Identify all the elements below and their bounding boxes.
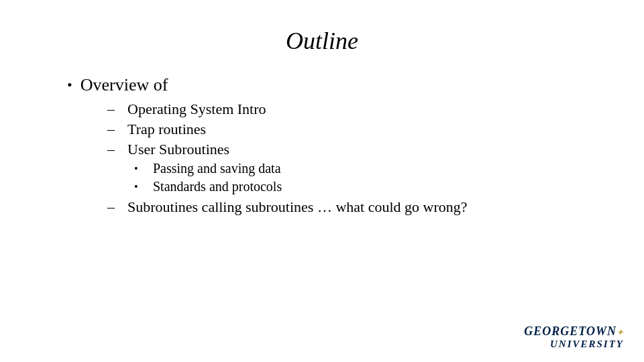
dot-marker-1: • — [134, 163, 146, 175]
slide-title: Outline — [40, 27, 604, 55]
logo-georgetown: GEORGETOWN✦ UNIVERSITY — [524, 324, 624, 350]
bullet-marker: • — [67, 76, 72, 94]
dash-marker-last: – — [107, 198, 121, 216]
logo-star: ✦ — [616, 328, 624, 337]
overview-text: Overview of — [80, 75, 168, 95]
slide-content: • Overview of – Operating System Intro –… — [67, 75, 604, 216]
logo-line1: GEORGETOWN✦ — [524, 324, 624, 339]
dot-text-2: Standards and protocols — [153, 179, 282, 194]
dot-marker-2: • — [134, 181, 146, 193]
dash-marker-3: – — [107, 141, 121, 158]
sub-items: – Operating System Intro – Trap routines… — [107, 101, 604, 216]
dash-marker-1: – — [107, 101, 121, 118]
dot-text-1: Passing and saving data — [153, 161, 281, 176]
level1-bullet: • Overview of — [67, 75, 604, 95]
dash-item-last: – Subroutines calling subroutines … what… — [107, 198, 604, 216]
dash-text-3: User Subroutines — [127, 141, 229, 158]
dash-item-1: – Operating System Intro — [107, 101, 604, 118]
logo-line2: UNIVERSITY — [524, 339, 624, 350]
dash-text-last: Subroutines calling subroutines … what c… — [127, 198, 468, 216]
dot-item-1: • Passing and saving data — [134, 161, 604, 176]
logo-area: GEORGETOWN✦ UNIVERSITY — [524, 324, 624, 350]
dash-text-2: Trap routines — [127, 121, 206, 138]
dash-item-2: – Trap routines — [107, 121, 604, 138]
dot-item-2: • Standards and protocols — [134, 179, 604, 194]
sub-sub-items: • Passing and saving data • Standards an… — [134, 161, 604, 194]
logo-text-line1: GEORGETOWN — [524, 324, 616, 338]
slide: Outline • Overview of – Operating System… — [0, 0, 644, 362]
dash-text-1: Operating System Intro — [127, 101, 266, 118]
dash-item-3: – User Subroutines — [107, 141, 604, 158]
dash-marker-2: – — [107, 121, 121, 138]
